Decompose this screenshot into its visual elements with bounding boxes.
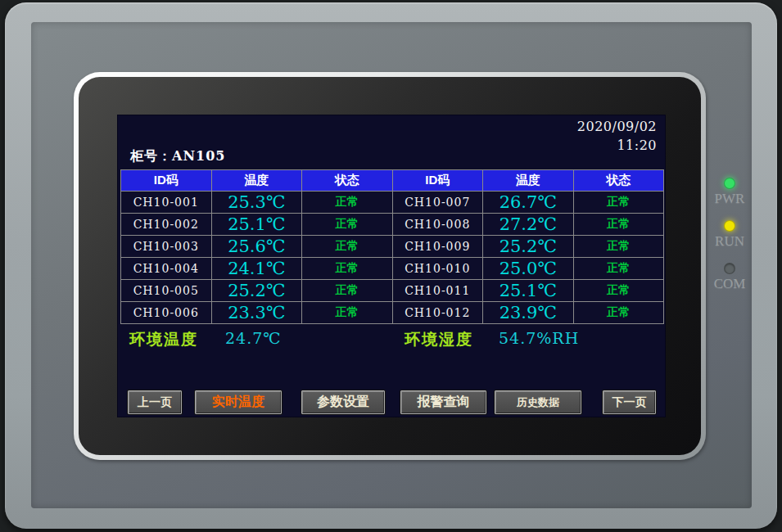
channel-id-cell: CH10-010 (392, 258, 483, 280)
status-value-cell: 正常 (573, 302, 664, 324)
channel-id-cell: CH10-011 (392, 280, 483, 302)
table-row: CH10-00325.6℃正常CH10-00925.2℃正常 (121, 236, 664, 258)
cabinet-id-label: 柜号：AN105 (130, 148, 225, 165)
run-led-icon (724, 220, 735, 232)
status-value-cell: 正常 (302, 302, 393, 324)
status-value-cell: 正常 (573, 214, 664, 236)
realtime-temp-button[interactable]: 实时温度 (195, 390, 282, 414)
env-temp-label: 环境温度 (129, 329, 198, 350)
com-led-icon (724, 263, 735, 274)
run-led-group: RUN (707, 220, 753, 250)
temperature-value-cell: 25.1℃ (483, 280, 574, 302)
channel-id-cell: CH10-009 (392, 236, 483, 258)
com-led-label: COM (707, 276, 753, 292)
column-header: ID码 (392, 170, 483, 192)
channel-id-cell: CH10-001 (121, 192, 212, 214)
date-display: 2020/09/02 (577, 119, 657, 134)
column-header: 状态 (573, 170, 664, 192)
temperature-value-cell: 27.2℃ (483, 214, 574, 236)
pwr-led-label: PWR (707, 191, 753, 207)
environment-row: 环境温度 24.7℃ 环境湿度 54.7%RH (118, 329, 665, 350)
temperature-value-cell: 26.7℃ (483, 192, 574, 214)
status-value-cell: 正常 (573, 236, 664, 258)
column-header: ID码 (121, 170, 212, 192)
temperature-value-cell: 25.1℃ (211, 214, 302, 236)
table-row: CH10-00424.1℃正常CH10-01025.0℃正常 (121, 258, 664, 280)
table-row: CH10-00623.3℃正常CH10-01223.9℃正常 (121, 302, 664, 324)
column-header: 温度 (483, 170, 574, 192)
temperature-value-cell: 25.0℃ (483, 258, 574, 280)
column-header: 温度 (211, 170, 302, 192)
param-settings-button[interactable]: 参数设置 (301, 390, 385, 414)
temperature-value-cell: 24.1℃ (211, 258, 302, 280)
channel-id-cell: CH10-008 (392, 214, 483, 236)
table-row: CH10-00525.2℃正常CH10-01125.1℃正常 (121, 280, 664, 302)
status-value-cell: 正常 (302, 236, 393, 258)
time-display: 11:20 (617, 138, 657, 153)
temperature-value-cell: 23.9℃ (483, 302, 574, 324)
pwr-led-icon (724, 178, 735, 189)
channel-id-cell: CH10-004 (121, 258, 212, 280)
status-value-cell: 正常 (302, 280, 393, 302)
channel-id-cell: CH10-007 (392, 192, 483, 214)
channel-id-cell: CH10-003 (121, 236, 212, 258)
column-header: 状态 (302, 170, 393, 192)
nav-bar: 上一页实时温度参数设置报警查询历史数据下一页 (118, 390, 665, 415)
hmi-device: 2020/09/02 11:20 柜号：AN105 ID码温度状态ID码温度状态… (0, 0, 782, 532)
temperature-value-cell: 25.3℃ (211, 192, 302, 214)
env-humidity-label: 环境湿度 (405, 329, 473, 350)
next-page-button[interactable]: 下一页 (603, 390, 656, 414)
alarm-query-button[interactable]: 报警查询 (400, 390, 486, 414)
table-row: CH10-00225.1℃正常CH10-00827.2℃正常 (121, 214, 664, 236)
channel-id-cell: CH10-012 (392, 302, 483, 324)
status-value-cell: 正常 (302, 214, 393, 236)
com-led-group: COM (707, 263, 753, 292)
temperature-value-cell: 25.6℃ (211, 236, 302, 258)
status-value-cell: 正常 (302, 258, 393, 280)
temperature-value-cell: 25.2℃ (483, 236, 574, 258)
status-value-cell: 正常 (573, 192, 664, 214)
env-humidity-value: 54.7%RH (499, 329, 579, 347)
table-header-row: ID码温度状态ID码温度状态 (121, 170, 664, 192)
temperature-table: ID码温度状态ID码温度状态 CH10-00125.3℃正常CH10-00726… (120, 169, 664, 324)
status-value-cell: 正常 (573, 258, 664, 280)
prev-page-button[interactable]: 上一页 (128, 390, 182, 414)
history-data-button[interactable]: 历史数据 (495, 390, 581, 414)
env-temp-value: 24.7℃ (225, 329, 282, 347)
run-led-label: RUN (707, 233, 753, 250)
channel-id-cell: CH10-002 (121, 214, 212, 236)
table-body: CH10-00125.3℃正常CH10-00726.7℃正常CH10-00225… (121, 192, 664, 324)
status-value-cell: 正常 (302, 192, 393, 214)
status-value-cell: 正常 (573, 280, 664, 302)
channel-id-cell: CH10-005 (121, 280, 212, 302)
temperature-value-cell: 25.2℃ (211, 280, 302, 302)
table-row: CH10-00125.3℃正常CH10-00726.7℃正常 (121, 192, 664, 214)
temperature-value-cell: 23.3℃ (211, 302, 302, 324)
lcd-touchscreen[interactable]: 2020/09/02 11:20 柜号：AN105 ID码温度状态ID码温度状态… (117, 115, 666, 417)
pwr-led-group: PWR (707, 178, 753, 207)
channel-id-cell: CH10-006 (121, 302, 212, 324)
